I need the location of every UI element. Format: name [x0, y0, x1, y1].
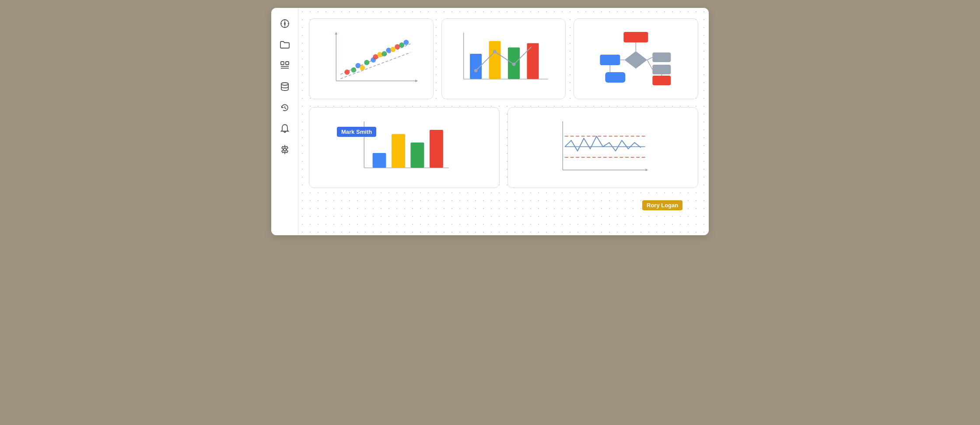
svg-rect-47 [653, 52, 671, 62]
svg-point-32 [399, 42, 404, 48]
svg-rect-60 [392, 134, 405, 167]
svg-rect-46 [600, 55, 620, 65]
rory-logan-tooltip: Rory Logan [642, 200, 682, 210]
svg-rect-61 [410, 142, 424, 167]
svg-point-23 [360, 65, 365, 70]
bell-icon[interactable] [276, 120, 294, 137]
band-chart-card[interactable] [508, 107, 698, 188]
svg-point-27 [377, 52, 382, 57]
svg-point-33 [403, 40, 409, 45]
svg-line-53 [648, 57, 653, 60]
mark-smith-tooltip: Mark Smith [337, 127, 376, 137]
svg-rect-50 [653, 76, 671, 85]
svg-rect-39 [527, 43, 539, 79]
svg-marker-17 [415, 80, 418, 82]
database-icon[interactable] [276, 78, 294, 95]
app-container: Mark Smith Rory Logan [271, 8, 709, 235]
scatter-chart-card[interactable] [309, 18, 434, 99]
svg-rect-62 [430, 129, 443, 167]
svg-rect-49 [606, 72, 626, 83]
svg-marker-65 [646, 168, 648, 171]
svg-line-12 [285, 108, 286, 109]
svg-rect-7 [286, 62, 289, 65]
svg-point-28 [382, 51, 387, 56]
svg-rect-6 [281, 62, 284, 65]
folder-icon[interactable] [276, 36, 294, 53]
svg-point-20 [344, 70, 350, 75]
history-icon[interactable] [276, 99, 294, 116]
svg-marker-45 [625, 51, 648, 69]
svg-point-40 [474, 69, 477, 72]
layout-icon[interactable] [276, 57, 294, 74]
svg-point-29 [386, 48, 391, 53]
combo-chart-card[interactable] [441, 18, 566, 99]
compass-icon[interactable] [276, 15, 294, 32]
svg-marker-16 [335, 32, 337, 35]
chart-grid-row2 [309, 107, 698, 188]
svg-line-54 [648, 60, 653, 70]
svg-marker-1 [284, 21, 286, 27]
svg-rect-48 [653, 65, 671, 74]
svg-point-13 [284, 148, 286, 151]
svg-rect-44 [624, 32, 648, 42]
svg-point-41 [493, 50, 497, 53]
svg-point-42 [512, 63, 515, 66]
chart-grid-row1 [309, 18, 698, 99]
svg-point-10 [281, 83, 288, 85]
svg-rect-59 [373, 153, 386, 168]
svg-point-43 [531, 43, 535, 47]
svg-point-30 [390, 47, 396, 52]
main-content: Mark Smith Rory Logan [298, 8, 709, 235]
svg-point-21 [351, 67, 356, 73]
bar-chart-card[interactable] [309, 107, 500, 188]
svg-point-24 [364, 60, 369, 65]
sidebar [271, 8, 298, 235]
settings-icon[interactable] [276, 141, 294, 158]
svg-rect-37 [489, 41, 500, 79]
flowchart-card[interactable] [574, 18, 698, 99]
